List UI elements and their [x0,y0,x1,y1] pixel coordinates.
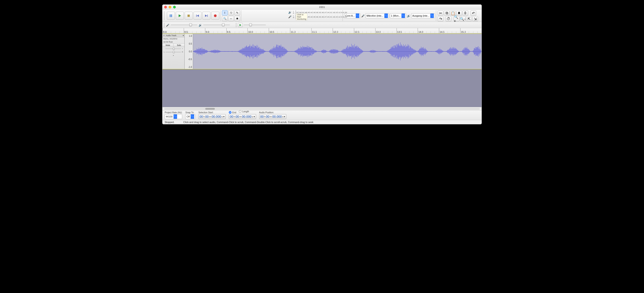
selection-start-label: Selection Start: [198,111,226,114]
main-toolbar: I ▽ ✎ 🔍 ↔ ✱ LR -57-54-51-48-45-42-39-36-… [162,9,482,22]
tracks-empty-area[interactable] [162,69,482,107]
copy-button[interactable]: ⧉ [444,10,450,16]
input-channels-dropdown[interactable]: 1 (Mon... [390,13,406,18]
play-at-speed-button[interactable] [238,23,243,27]
output-device-dropdown[interactable]: Ausgang (inte... [411,13,435,18]
project-rate-label: Project Rate (Hz): [165,111,182,114]
svg-marker-5 [197,15,199,17]
audio-position-time[interactable]: 00h 00m 00.000s▾ [259,114,286,119]
play-at-speed [238,23,266,27]
speaker-icon [198,23,202,27]
collapse-button[interactable]: ▴ [162,54,184,57]
vertical-scale[interactable]: 1.0 0.5 0.0 -0.5 -1.0 [185,34,193,69]
horizontal-scrollbar[interactable] [162,107,482,110]
minimize-icon[interactable] [169,6,171,8]
waveform-display[interactable] [193,34,482,69]
grip-icon[interactable] [164,23,165,27]
silence-button[interactable]: ⧮ [462,10,468,16]
zoom-tool[interactable]: 🔍 [222,16,228,21]
undo-button[interactable]: ↶ [470,10,476,16]
project-rate-dropdown[interactable]: 44100 [165,114,182,119]
meters: LR -57-54-51-48-45-42-39-36-33-30-27-24-… [241,10,342,21]
timeline-ruler[interactable]: 8.08.59.09.510.010.511.011.512.012.513.0… [162,28,482,33]
play-button[interactable] [176,12,184,20]
audio-position-label: Audio Position: [259,111,286,114]
track-bitdepth: 32-bit float [162,40,184,43]
recording-volume-slider[interactable] [171,23,197,27]
svg-point-8 [214,14,216,17]
playback-meter[interactable]: -57-54-51-48-45-42-39-36-33-30-27-24-21-… [296,10,296,14]
transport-controls [166,10,219,21]
waveform-svg [193,34,482,69]
snap-label: Snap To: [185,111,195,114]
track-name: Audio Track [166,34,182,36]
solo-button[interactable]: Solo [174,44,184,47]
window-controls [162,6,176,8]
transport-state: Stopped. [165,121,174,123]
envelope-tool[interactable]: ▽ [228,10,234,15]
pause-button[interactable] [167,12,175,20]
record-button[interactable] [211,12,219,20]
mic-icon [361,14,364,18]
svg-rect-4 [196,15,196,17]
pan-slider[interactable]: LR [162,50,184,54]
sync-lock-button[interactable]: ⏱ [446,16,452,21]
selection-end-time[interactable]: 00h 00m 00.000s▾ [229,114,256,119]
svg-marker-2 [179,14,181,17]
record-meter-icon [288,15,292,18]
window-title: intro [162,5,482,9]
meter-lr: LR [292,11,295,14]
snap-dropdown[interactable]: Off [185,114,195,119]
track-header[interactable]: × Audio Track ▼ [162,34,184,37]
grip-icon[interactable] [236,23,236,27]
end-radio[interactable]: End [229,111,236,114]
svg-marker-6 [205,15,207,17]
svg-rect-1 [171,14,172,17]
playback-meter-icon [288,11,292,14]
timeshift-tool[interactable]: ↔ [228,16,234,21]
close-track-button[interactable]: × [163,34,165,37]
length-radio[interactable]: Length [239,110,249,113]
edit-toolbar: ✂ ⧉ 📋 ⧯ ⧮ ↶ ↷ ⏱ 🔍+ 🔍- ⇱ ⇲ [436,10,480,21]
mixer-toolbar [162,22,482,28]
selection-start-time[interactable]: 00h 00m 00.000s▾ [198,114,226,119]
svg-marker-9 [240,24,241,26]
app-window: intro I ▽ ✎ 🔍 ↔ ✱ [162,4,482,124]
record-meter[interactable]: -57-54-51-48-45-42-39-36-33-30-27-24-21-… [296,15,296,19]
zoom-out-button[interactable]: 🔍- [460,16,466,21]
skip-start-button[interactable] [194,12,202,20]
meter-lr: LR [292,15,295,19]
grip-icon[interactable] [164,11,165,20]
redo-button[interactable]: ↷ [438,16,444,21]
playback-volume-slider[interactable] [203,23,230,27]
playback-speed-slider[interactable] [244,23,266,27]
track-control-panel: × Audio Track ▼ Mono, 44100Hz 32-bit flo… [162,34,185,69]
input-device-dropdown[interactable]: Mikrofon (inte... [366,13,389,18]
svg-rect-0 [170,14,171,17]
track: × Audio Track ▼ Mono, 44100Hz 32-bit flo… [162,33,482,69]
speaker-icon [407,14,410,18]
svg-rect-3 [188,15,190,17]
stop-button[interactable] [185,12,192,20]
mute-button[interactable]: Mute [162,44,174,47]
fit-selection-button[interactable]: ⇱ [466,16,472,21]
close-icon[interactable] [164,6,167,8]
zoom-in-button[interactable]: 🔍+ [454,16,459,21]
multi-tool[interactable]: ✱ [234,16,240,21]
track-menu-icon[interactable]: ▼ [182,34,184,36]
svg-rect-7 [207,15,208,17]
titlebar: intro [162,5,482,9]
status-bar: Stopped. Click and drag to select audio,… [162,120,482,124]
skip-end-button[interactable] [202,12,210,20]
device-toolbar: Core A... Mikrofon (inte... 1 (Mon... Au… [342,10,435,21]
maximize-icon[interactable] [173,6,176,8]
track-format: Mono, 44100Hz [162,37,184,40]
selection-bar: Project Rate (Hz): 44100 Snap To: Off Se… [162,110,482,120]
selection-tool[interactable]: I [222,10,228,15]
cut-button[interactable]: ✂ [438,10,444,16]
draw-tool[interactable]: ✎ [234,10,240,15]
fit-project-button[interactable]: ⇲ [472,16,478,21]
tools-grid: I ▽ ✎ 🔍 ↔ ✱ [220,10,240,21]
status-hint: Click and drag to select audio, Command-… [183,121,313,123]
gain-slider[interactable]: -+ [162,47,184,50]
